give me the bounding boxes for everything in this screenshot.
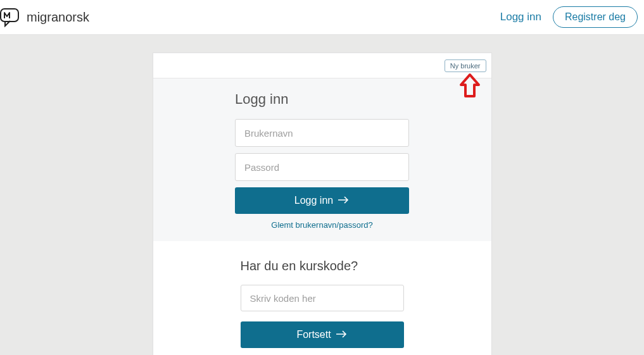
site-header: migranorsk Logg inn Registrer deg — [0, 0, 644, 35]
forgot-password-link[interactable]: Glemt brukernavn/passord? — [235, 220, 409, 230]
header-login-link[interactable]: Logg inn — [500, 11, 541, 23]
login-submit-label: Logg inn — [294, 195, 333, 206]
login-section: Logg inn Logg inn Glemt brukernavn/passo… — [153, 78, 491, 241]
new-user-button[interactable]: Ny bruker — [445, 59, 486, 72]
arrow-right-icon — [336, 329, 348, 340]
continue-label: Fortsett — [296, 329, 331, 340]
brand-logo[interactable]: migranorsk — [0, 7, 89, 27]
course-code-section: Har du en kurskode? Fortsett Hva er en k… — [153, 241, 491, 355]
login-submit-button[interactable]: Logg inn — [235, 187, 409, 214]
auth-card: Ny bruker Logg inn Logg inn Glemt bruker… — [153, 53, 492, 355]
course-code-title: Har du en kurskode? — [241, 259, 405, 273]
speech-bubble-icon — [0, 7, 23, 27]
continue-button[interactable]: Fortsett — [241, 321, 404, 348]
arrow-right-icon — [338, 195, 350, 206]
header-actions: Logg inn Registrer deg — [500, 6, 638, 28]
annotation-arrow-icon — [457, 72, 483, 103]
username-input[interactable] — [235, 119, 409, 147]
page-background: Ny bruker Logg inn Logg inn Glemt bruker… — [0, 35, 644, 355]
header-register-button[interactable]: Registrer deg — [553, 6, 638, 28]
card-header: Ny bruker — [153, 53, 491, 78]
course-code-input[interactable] — [241, 285, 404, 311]
password-input[interactable] — [235, 153, 409, 181]
login-title: Logg inn — [235, 91, 409, 108]
brand-name: migranorsk — [27, 10, 89, 25]
